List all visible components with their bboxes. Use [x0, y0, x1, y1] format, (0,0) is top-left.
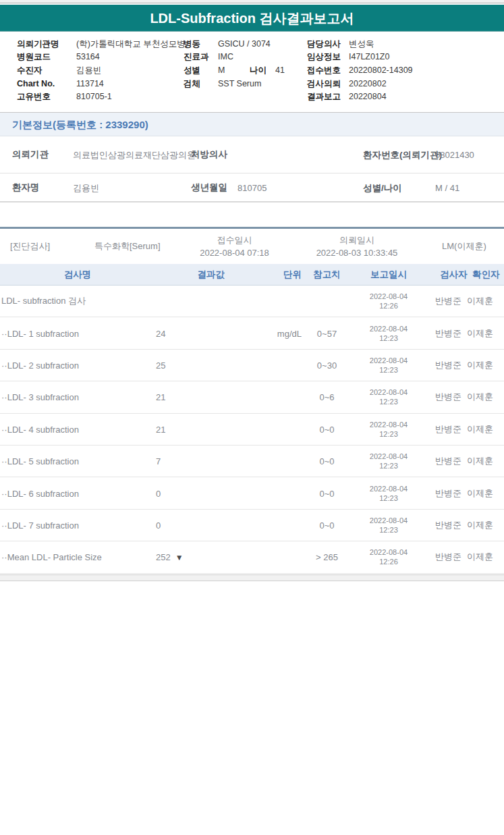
- reference-range-cell: 0~0: [302, 488, 352, 498]
- reference-range-cell: 0~0: [302, 456, 352, 466]
- reference-range-cell: 0~0: [302, 424, 352, 434]
- sex-value: M: [218, 65, 225, 75]
- section-end-bar: [0, 574, 504, 581]
- result-value: 21: [156, 392, 165, 402]
- test-name-cell: ··Mean LDL- Particle Size: [1, 552, 102, 562]
- tester-name: 반병준: [435, 520, 461, 530]
- report-datetime-cell: 2022-08-0412:23: [351, 484, 426, 503]
- col-tester: 검사자: [440, 269, 468, 281]
- result-value: 7: [156, 456, 161, 466]
- verifier-name: 이제훈: [467, 392, 493, 402]
- tester-name: 반병준: [435, 424, 461, 434]
- result-value-cell: 252▼: [156, 552, 184, 562]
- order-info-row: 고유번호 810705-1 결과보고 20220804: [0, 90, 504, 103]
- test-category-label: 특수화학[Serum]: [94, 240, 161, 252]
- report-date: 2022-08-04: [351, 420, 426, 429]
- sex-age-value: M / 41: [435, 182, 459, 192]
- test-name-cell: ··LDL- 3 subfraction: [1, 392, 79, 402]
- requesting-org-value: (학)가톨릭대학교 부천성모병;: [76, 38, 188, 49]
- specimen-value: SST Serum: [218, 79, 261, 88]
- test-name-cell: ··LDL- 4 subfraction: [1, 424, 79, 434]
- verifier-name: 이제훈: [467, 488, 493, 498]
- tester-name: 반병준: [435, 328, 461, 338]
- result-value: 0: [156, 520, 161, 530]
- clinical-info-label: 임상정보: [307, 51, 341, 63]
- basic-info-section-header: 기본정보(등록번호 : 2339290): [0, 112, 504, 136]
- report-time: 12:23: [351, 429, 426, 439]
- received-datetime-value: 2022-08-04 07:18: [182, 246, 287, 259]
- test-name-cell: LDL- subfraction 검사: [1, 295, 86, 307]
- diagnostic-meta-row: [진단검사] 특수화학[Serum] 접수일시 2022-08-04 07:18…: [0, 229, 504, 264]
- report-datetime-cell: 2022-08-0412:26: [351, 547, 426, 566]
- examinee-label: 수진자: [17, 64, 43, 76]
- result-row: LDL- subfraction 검사 2022-08-0412:26 반병준이…: [0, 286, 504, 317]
- report-time: 12:23: [351, 493, 426, 503]
- test-name-cell: ··LDL- 1 subfraction: [1, 328, 79, 338]
- report-time: 12:23: [351, 461, 426, 470]
- patient-name-value: 김용빈: [73, 182, 162, 193]
- staff-cell: 반병준이제훈: [435, 327, 493, 340]
- reference-range-cell: 0~6: [302, 392, 352, 402]
- col-report-datetime: 보고일시: [351, 269, 426, 281]
- age-label: 나이: [250, 64, 267, 76]
- col-reference-range: 참고치: [302, 269, 352, 281]
- patient-name-label: 환자명: [12, 182, 40, 194]
- ward-value: GSICU / 3074: [218, 39, 271, 49]
- result-value-cell: 0: [156, 488, 161, 498]
- result-value: 25: [156, 360, 165, 370]
- result-value: 24: [156, 328, 165, 338]
- requested-datetime-label: 의뢰일시: [297, 234, 417, 246]
- result-row: ··LDL- 3 subfraction 21 0~6 2022-08-0412…: [0, 381, 504, 413]
- reference-range-cell: > 265: [302, 552, 352, 562]
- report-datetime-cell: 2022-08-0412:23: [351, 356, 426, 375]
- staff-cell: 반병준이제훈: [435, 423, 493, 435]
- report-time: 12:26: [351, 557, 426, 566]
- report-date: 2022-08-04: [351, 387, 426, 397]
- requested-datetime: 의뢰일시 2022-08-03 10:33:45: [297, 234, 417, 259]
- tester-name: 반병준: [435, 456, 461, 466]
- result-row: ··LDL- 5 subfraction 7 0~0 2022-08-0412:…: [0, 446, 504, 477]
- report-time: 12:23: [351, 365, 426, 375]
- result-value-cell: 21: [156, 392, 165, 402]
- result-row: ··Mean LDL- Particle Size 252▼ > 265 202…: [0, 541, 504, 573]
- col-test-name: 검사명: [0, 269, 155, 281]
- unique-number-value: 810705-1: [76, 92, 112, 101]
- patient-number-value: 08021430: [435, 150, 474, 160]
- result-row: ··LDL- 4 subfraction 21 0~0 2022-08-0412…: [0, 414, 504, 446]
- referring-org-value: 의료법인삼광의료재단삼광의원: [73, 149, 162, 161]
- examinee-value: 김용빈: [76, 64, 102, 76]
- chart-no-label: Chart No.: [17, 79, 55, 88]
- result-row: ··LDL- 2 subfraction 25 0~30 2022-08-041…: [0, 350, 504, 381]
- birthdate-label: 생년월일: [191, 182, 227, 194]
- order-info-row: 의뢰기관명 (학)가톨릭대학교 부천성모병; 병동 GSICU / 3074 담…: [0, 37, 504, 51]
- patient-number-label: 환자번호(의뢰기관): [363, 149, 433, 161]
- staff-cell: 반병준이제훈: [435, 551, 493, 563]
- diagnostic-dept-label: [진단검사]: [10, 240, 50, 252]
- result-row: ··LDL- 7 subfraction 0 0~0 2022-08-0412:…: [0, 510, 504, 541]
- report-date: 2022-08-04: [351, 547, 426, 557]
- test-request-date-label: 검사의뢰: [307, 78, 341, 89]
- test-name-cell: ··LDL- 7 subfraction: [1, 520, 79, 530]
- basic-info-row-1: 의뢰기관 의료법인삼광의료재단삼광의원 처방의사 환자번호(의뢰기관) 0802…: [0, 136, 504, 173]
- report-datetime-cell: 2022-08-0412:23: [351, 452, 426, 470]
- result-report-date-value: 20220804: [349, 92, 387, 101]
- specimen-label: 검체: [184, 78, 200, 89]
- col-unit: 단위: [250, 269, 302, 281]
- result-row: ··LDL- 6 subfraction 0 0~0 2022-08-0412:…: [0, 477, 504, 509]
- sex-age-label: 성별/나이: [363, 182, 433, 193]
- result-value: 21: [156, 424, 165, 434]
- accession-number-value: 20220802-14309: [349, 65, 413, 75]
- prescribing-doctor-label: 처방의사: [191, 149, 227, 161]
- report-datetime-cell: 2022-08-0412:23: [351, 387, 426, 406]
- staff-cell: 반병준이제훈: [435, 455, 493, 467]
- results-table-header: 검사명 결과값 단위 참고치 보고일시 검사자 확인자: [0, 264, 504, 286]
- report-datetime-cell: 2022-08-0412:23: [351, 420, 426, 439]
- verifier-name: 이제훈: [467, 551, 493, 562]
- order-info-row: 병원코드 53164 진료과 IMC 임상정보 I47LZ01Z0: [0, 51, 504, 64]
- doctor-label: 담당의사: [307, 38, 341, 49]
- requesting-org-label: 의뢰기관명: [17, 38, 59, 49]
- verifier-name: 이제훈: [467, 520, 493, 530]
- result-value-cell: 7: [156, 456, 161, 466]
- report-date: 2022-08-04: [351, 484, 426, 493]
- received-datetime-label: 접수일시: [182, 234, 287, 246]
